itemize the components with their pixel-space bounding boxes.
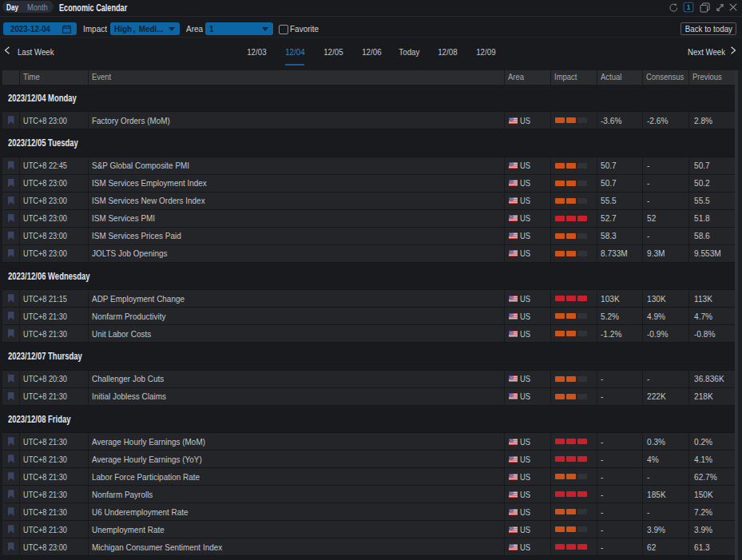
- svg-text:1: 1: [687, 3, 691, 11]
